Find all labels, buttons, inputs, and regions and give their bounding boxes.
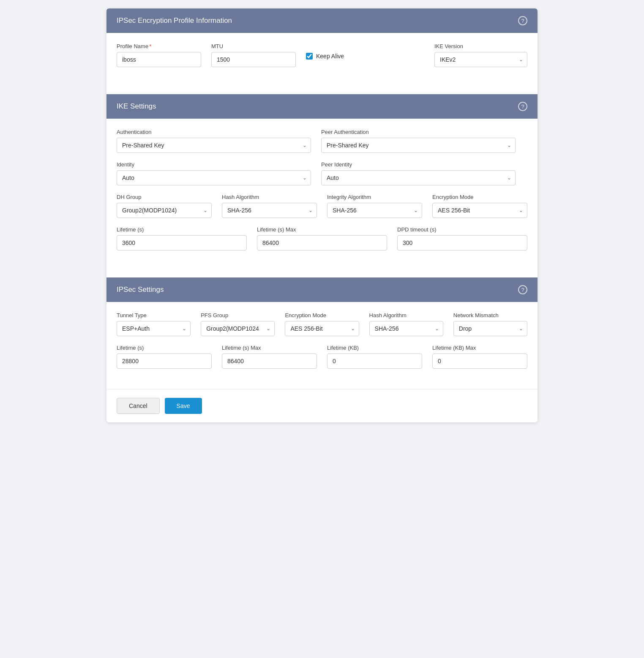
gap-2 [106,271,538,277]
ike-lifetime-group: Lifetime (s) [117,226,247,250]
profile-help-icon[interactable]: ? [518,16,527,25]
ike-lifetime-row: Lifetime (s) Lifetime (s) Max DPD timeou… [117,226,527,250]
dh-group-label: DH Group [117,194,212,200]
save-button[interactable]: Save [165,398,202,414]
keep-alive-label[interactable]: Keep Alive [316,53,344,60]
peer-authentication-select[interactable]: Pre-Shared Key Certificate [321,138,516,153]
peer-authentication-group: Peer Authentication Pre-Shared Key Certi… [321,129,516,153]
ike-lifetime-max-group: Lifetime (s) Max [257,226,387,250]
ipsec-lifetime-max-input[interactable] [222,353,317,369]
ipsec-lifetime-kb-label: Lifetime (KB) [327,345,422,351]
required-indicator: * [149,43,151,49]
integrity-algorithm-group: Integrity Algorithm MD5 SHA-1 SHA-256 SH… [327,194,422,218]
identity-group: Identity Auto IP Address FQDN User FQDN … [117,161,311,185]
ipsec-header-title: IPSec Settings [117,285,164,294]
ike-help-icon[interactable]: ? [518,102,527,111]
peer-identity-label: Peer Identity [321,161,516,168]
tunnel-type-select-wrapper: ESP ESP+Auth AH ⌄ [117,321,191,336]
ike-identity-row: Identity Auto IP Address FQDN User FQDN … [117,161,527,185]
ike-version-select-wrapper: IKEv1 IKEv2 ⌄ [434,52,527,67]
ike-hash-algorithm-group: Hash Algorithm MD5 SHA-1 SHA-256 SHA-384… [222,194,317,218]
keep-alive-group: Keep Alive [306,53,374,67]
profile-section-header: IPSec Encryption Profile Information ? [106,8,538,33]
cancel-button[interactable]: Cancel [117,398,160,414]
ipsec-lifetime-kb-max-label: Lifetime (KB) Max [432,345,527,351]
ike-lifetime-label: Lifetime (s) [117,226,247,233]
ipsec-lifetime-kb-max-group: Lifetime (KB) Max [432,345,527,369]
profile-header-title: IPSec Encryption Profile Information [117,16,232,25]
ike-header-title: IKE Settings [117,102,156,111]
ipsec-encryption-mode-select-wrapper: DES 3DES AES 128-Bit AES 192-Bit AES 256… [285,321,359,336]
ipsec-lifetime-kb-group: Lifetime (KB) [327,345,422,369]
peer-authentication-label: Peer Authentication [321,129,516,135]
ike-encryption-mode-select-wrapper: DES 3DES AES 128-Bit AES 192-Bit AES 256… [432,203,527,218]
pfs-group-label: PFS Group [201,312,275,318]
dh-group-select-wrapper: Group1(MODP768) Group2(MODP1024) Group5(… [117,203,212,218]
ipsec-lifetime-input[interactable] [117,353,212,369]
profile-name-input[interactable] [117,52,201,67]
ipsec-encryption-mode-select[interactable]: DES 3DES AES 128-Bit AES 192-Bit AES 256… [285,321,359,336]
button-row: Cancel Save [106,389,538,422]
ipsec-top-row: Tunnel Type ESP ESP+Auth AH ⌄ PFS Group … [117,312,527,336]
tunnel-type-group: Tunnel Type ESP ESP+Auth AH ⌄ [117,312,191,336]
ike-hash-algorithm-label: Hash Algorithm [222,194,317,200]
ike-lifetime-max-input[interactable] [257,235,387,250]
ipsec-section-header: IPSec Settings ? [106,277,538,302]
dh-group-group: DH Group Group1(MODP768) Group2(MODP1024… [117,194,212,218]
ike-version-label: IKE Version [434,43,527,49]
ipsec-lifetime-row: Lifetime (s) Lifetime (s) Max Lifetime (… [117,345,527,369]
ike-hash-algorithm-select[interactable]: MD5 SHA-1 SHA-256 SHA-384 SHA-512 [222,203,317,218]
ipsec-lifetime-kb-input[interactable] [327,353,422,369]
ipsec-lifetime-label: Lifetime (s) [117,345,212,351]
ipsec-hash-algorithm-select[interactable]: MD5 SHA-1 SHA-256 SHA-384 SHA-512 [369,321,443,336]
ike-lifetime-input[interactable] [117,235,247,250]
authentication-select[interactable]: Pre-Shared Key Certificate [117,138,311,153]
ike-dh-row: DH Group Group1(MODP768) Group2(MODP1024… [117,194,527,218]
ipsec-form-card: IPSec Encryption Profile Information ? P… [106,8,538,422]
dpd-timeout-group: DPD timeout (s) [397,226,527,250]
keep-alive-checkbox[interactable] [306,53,313,60]
network-mismatch-select[interactable]: Drop Allow [453,321,527,336]
ipsec-hash-algorithm-label: Hash Algorithm [369,312,443,318]
peer-authentication-select-wrapper: Pre-Shared Key Certificate ⌄ [321,138,516,153]
network-mismatch-label: Network Mismatch [453,312,527,318]
ike-encryption-mode-select[interactable]: DES 3DES AES 128-Bit AES 192-Bit AES 256… [432,203,527,218]
ike-version-select[interactable]: IKEv1 IKEv2 [434,52,527,67]
ipsec-section-body: Tunnel Type ESP ESP+Auth AH ⌄ PFS Group … [106,302,538,389]
ike-auth-row: Authentication Pre-Shared Key Certificat… [117,129,527,153]
dpd-timeout-input[interactable] [397,235,527,250]
pfs-group-select[interactable]: None Group1(MODP768) Group2(MODP1024) Gr… [201,321,275,336]
mtu-input[interactable] [211,52,296,67]
pfs-group-select-wrapper: None Group1(MODP768) Group2(MODP1024) Gr… [201,321,275,336]
pfs-group-group: PFS Group None Group1(MODP768) Group2(MO… [201,312,275,336]
integrity-algorithm-select-wrapper: MD5 SHA-1 SHA-256 SHA-384 SHA-512 ⌄ [327,203,422,218]
ike-section-header: IKE Settings ? [106,94,538,119]
dh-group-select[interactable]: Group1(MODP768) Group2(MODP1024) Group5(… [117,203,212,218]
keep-alive-checkbox-group: Keep Alive [306,53,374,64]
network-mismatch-select-wrapper: Drop Allow ⌄ [453,321,527,336]
mtu-label: MTU [211,43,296,49]
integrity-algorithm-select[interactable]: MD5 SHA-1 SHA-256 SHA-384 SHA-512 [327,203,422,218]
ipsec-lifetime-group: Lifetime (s) [117,345,212,369]
authentication-select-wrapper: Pre-Shared Key Certificate ⌄ [117,138,311,153]
ipsec-lifetime-max-group: Lifetime (s) Max [222,345,317,369]
ipsec-encryption-mode-label: Encryption Mode [285,312,359,318]
authentication-group: Authentication Pre-Shared Key Certificat… [117,129,311,153]
identity-label: Identity [117,161,311,168]
ipsec-lifetime-kb-max-input[interactable] [432,353,527,369]
peer-identity-select[interactable]: Auto IP Address FQDN User FQDN DER ASN1 … [321,170,516,185]
ipsec-lifetime-max-label: Lifetime (s) Max [222,345,317,351]
identity-select[interactable]: Auto IP Address FQDN User FQDN DER ASN1 … [117,170,311,185]
dpd-timeout-label: DPD timeout (s) [397,226,527,233]
tunnel-type-label: Tunnel Type [117,312,191,318]
authentication-label: Authentication [117,129,311,135]
tunnel-type-select[interactable]: ESP ESP+Auth AH [117,321,191,336]
ipsec-help-icon[interactable]: ? [518,285,527,294]
ipsec-hash-algorithm-select-wrapper: MD5 SHA-1 SHA-256 SHA-384 SHA-512 ⌄ [369,321,443,336]
peer-identity-select-wrapper: Auto IP Address FQDN User FQDN DER ASN1 … [321,170,516,185]
peer-identity-group: Peer Identity Auto IP Address FQDN User … [321,161,516,185]
ipsec-hash-algorithm-group: Hash Algorithm MD5 SHA-1 SHA-256 SHA-384… [369,312,443,336]
gap-1 [106,87,538,94]
profile-name-label: Profile Name* [117,43,201,49]
ike-encryption-mode-group: Encryption Mode DES 3DES AES 128-Bit AES… [432,194,527,218]
